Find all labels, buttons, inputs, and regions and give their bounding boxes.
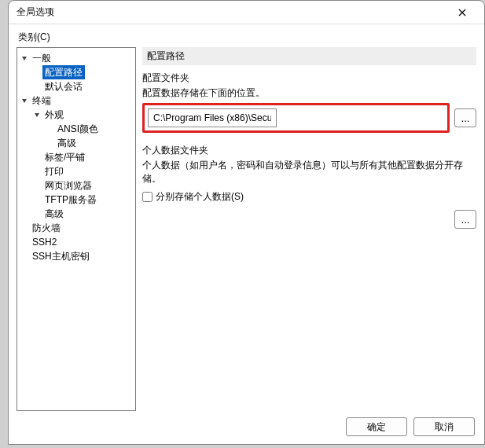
personal-folder-group: 个人数据文件夹 个人数据（如用户名，密码和自动登录信息）可以与所有其他配置数据分…	[142, 144, 476, 229]
browse-personal-button[interactable]: ...	[454, 210, 476, 229]
window-title: 全局选项	[17, 6, 446, 19]
close-button[interactable]	[446, 2, 478, 24]
ok-button[interactable]: 确定	[346, 417, 407, 436]
titlebar: 全局选项	[9, 1, 484, 24]
separate-personal-checkbox-row[interactable]: 分别存储个人数据(S)	[142, 190, 476, 204]
tree-firewall[interactable]: 防火墙	[30, 221, 63, 235]
tree-ssh-hostkey[interactable]: SSH主机密钥	[30, 249, 92, 263]
panel-title: 配置路径	[142, 47, 476, 65]
category-label: 类别(C)	[18, 31, 476, 44]
tree-default-session[interactable]: 默认会话	[42, 79, 85, 94]
tree-ansi-color[interactable]: ANSI颜色	[55, 122, 101, 136]
tree-tab-tile[interactable]: 标签/平铺	[42, 150, 87, 164]
settings-panel: 配置路径 配置文件夹 配置数据存储在下面的位置。 ... 个人数据文件夹 个人数…	[142, 47, 476, 411]
tree-terminal[interactable]: 终端	[30, 94, 53, 108]
client-area: 类别(C) 一般 配置路径 默认会话 终端	[9, 24, 484, 444]
tree-ssh2[interactable]: SSH2	[30, 235, 59, 249]
personal-folder-desc: 个人数据（如用户名，密码和自动登录信息）可以与所有其他配置数据分开存储。	[142, 159, 476, 185]
tree-general[interactable]: 一般	[30, 51, 53, 65]
collapse-icon[interactable]	[31, 112, 42, 118]
highlight-annotation	[142, 103, 450, 133]
collapse-icon[interactable]	[19, 97, 30, 104]
collapse-icon[interactable]	[19, 55, 30, 61]
category-tree[interactable]: 一般 配置路径 默认会话 终端	[17, 47, 136, 411]
global-options-window: 全局选项 类别(C) 一般 配置路径 默认会话	[8, 0, 485, 445]
footer: 确定 取消	[17, 411, 476, 436]
separate-personal-checkbox[interactable]	[142, 192, 152, 202]
tree-tftp-server[interactable]: TFTP服务器	[42, 193, 99, 207]
config-path-input[interactable]	[148, 108, 277, 127]
browse-config-button[interactable]: ...	[454, 108, 476, 127]
separate-personal-label: 分别存储个人数据(S)	[156, 190, 244, 204]
config-folder-label: 配置文件夹	[142, 72, 476, 85]
split-pane: 一般 配置路径 默认会话 终端	[17, 47, 476, 411]
tree-terminal-advanced[interactable]: 高级	[42, 207, 66, 221]
config-folder-group: 配置文件夹 配置数据存储在下面的位置。 ...	[142, 72, 476, 133]
tree-printing[interactable]: 打印	[42, 164, 66, 178]
cancel-button[interactable]: 取消	[413, 417, 475, 436]
personal-folder-label: 个人数据文件夹	[142, 144, 476, 157]
config-folder-desc: 配置数据存储在下面的位置。	[142, 86, 476, 100]
tree-advanced-appearance[interactable]: 高级	[55, 136, 79, 150]
tree-web-browser[interactable]: 网页浏览器	[42, 178, 94, 193]
close-icon	[458, 9, 466, 17]
tree-config-path[interactable]: 配置路径	[42, 65, 85, 79]
tree-appearance[interactable]: 外观	[42, 108, 66, 122]
